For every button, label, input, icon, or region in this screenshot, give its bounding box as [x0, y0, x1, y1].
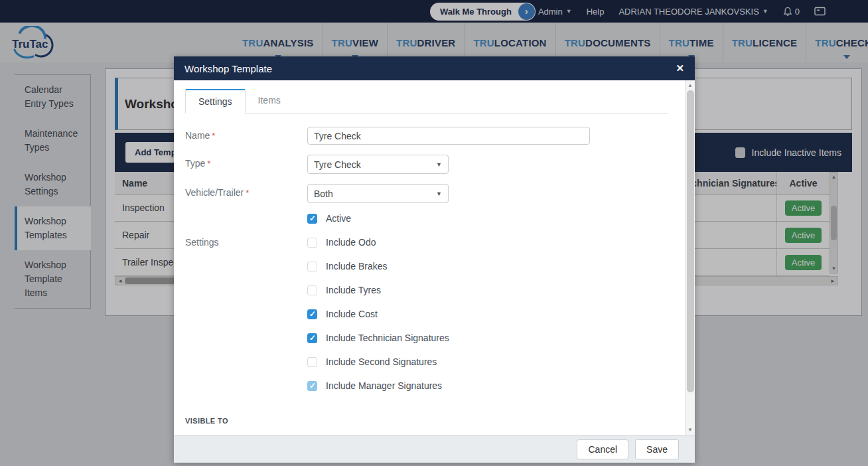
checkbox-row-include-technician-signatures: Include Technician Signatures — [307, 333, 449, 343]
checkbox-label: Include Tyres — [326, 285, 381, 295]
settings-group-label: Settings — [185, 213, 307, 404]
visible-to-section: VISIBLE TO — [185, 414, 668, 435]
name-field-label: Name* — [185, 127, 307, 145]
selected-value: Both — [314, 189, 333, 199]
visible-to-label: VISIBLE TO — [185, 417, 228, 425]
save-button[interactable]: Save — [635, 439, 679, 459]
checkbox-row-active: Active — [307, 213, 449, 224]
checkbox-row-include-second-signatures: Include Second Signatures — [307, 356, 449, 367]
workshop-template-modal: Workshop Template ✕ SettingsItems Name* … — [174, 56, 695, 463]
include-manager-signatures-checkbox[interactable] — [307, 381, 317, 391]
checkbox-row-include-cost: Include Cost — [307, 309, 449, 319]
scroll-up-icon[interactable]: ▲ — [687, 80, 693, 90]
modal-footer: Cancel Save — [174, 435, 695, 463]
label-text: Name — [185, 130, 210, 141]
include-odo-checkbox[interactable] — [307, 238, 317, 248]
modal-tab-items[interactable]: Items — [246, 89, 293, 114]
checkbox-label: Include Brakes — [326, 261, 388, 272]
required-marker: * — [246, 188, 249, 198]
include-technician-signatures-checkbox[interactable] — [307, 333, 317, 343]
scrollbar-thumb[interactable] — [687, 90, 694, 392]
checkbox-label: Include Cost — [326, 309, 378, 319]
scroll-down-icon[interactable]: ▼ — [687, 425, 693, 435]
label-text: Vehicle/Trailer — [185, 187, 244, 198]
modal-scrollbar[interactable]: ▲ ▼ — [685, 80, 695, 435]
checkbox-label: Include Odo — [326, 237, 376, 248]
type-field-label: Type* — [185, 155, 307, 174]
modal-tabs: SettingsItems — [185, 88, 668, 114]
required-marker: * — [207, 159, 210, 169]
type-select[interactable]: Tyre Check ▼ — [307, 155, 449, 174]
include-brakes-checkbox[interactable] — [307, 262, 317, 272]
vehicle-trailer-field-row: Vehicle/Trailer* Both ▼ — [185, 184, 668, 203]
modal-header: Workshop Template ✕ — [174, 56, 695, 80]
include-cost-checkbox[interactable] — [307, 309, 317, 319]
required-marker: * — [212, 131, 215, 141]
checkbox-row-include-brakes: Include Brakes — [307, 261, 449, 272]
modal-body: SettingsItems Name* Type* Tyre Check ▼ — [174, 80, 695, 435]
include-tyres-checkbox[interactable] — [307, 285, 317, 295]
type-field-row: Type* Tyre Check ▼ — [185, 155, 668, 174]
checkbox-label: Include Second Signatures — [326, 356, 437, 367]
checkbox-row-include-manager-signatures: Include Manager Signatures — [307, 380, 449, 391]
modal-tab-settings[interactable]: Settings — [185, 89, 246, 114]
close-icon[interactable]: ✕ — [676, 62, 684, 74]
chevron-down-icon: ▼ — [436, 161, 442, 168]
checkbox-row-include-odo: Include Odo — [307, 237, 449, 248]
active-checkbox[interactable] — [307, 214, 317, 224]
cancel-button[interactable]: Cancel — [577, 439, 628, 459]
modal-title: Workshop Template — [184, 63, 272, 74]
vehicle-trailer-select[interactable]: Both ▼ — [307, 184, 449, 203]
checkbox-label: Include Manager Signatures — [326, 380, 442, 391]
chevron-down-icon: ▼ — [436, 191, 442, 197]
checkbox-label: Active — [326, 213, 351, 224]
settings-checkbox-list: ActiveInclude OdoInclude BrakesInclude T… — [307, 213, 449, 404]
settings-checkbox-group: Settings ActiveInclude OdoInclude Brakes… — [185, 213, 668, 404]
include-second-signatures-checkbox[interactable] — [307, 357, 317, 367]
name-input[interactable] — [307, 127, 590, 145]
selected-value: Tyre Check — [314, 159, 361, 170]
vehicle-trailer-field-label: Vehicle/Trailer* — [185, 184, 307, 203]
name-field-row: Name* — [185, 127, 668, 145]
checkbox-row-include-tyres: Include Tyres — [307, 285, 449, 295]
checkbox-label: Include Technician Signatures — [326, 333, 449, 343]
label-text: Type — [185, 158, 205, 169]
template-form: Name* Type* Tyre Check ▼ Vehicle/Trailer… — [185, 114, 668, 435]
